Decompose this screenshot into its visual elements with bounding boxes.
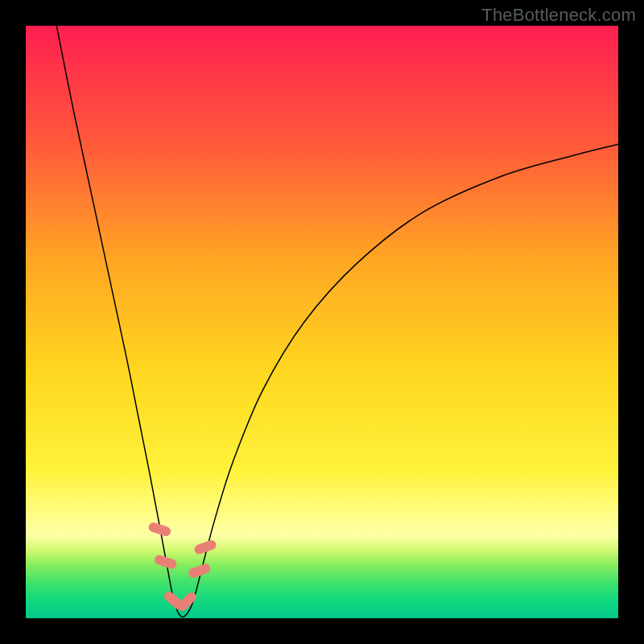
gradient-background: [26, 26, 618, 618]
bottleneck-chart: [26, 26, 618, 618]
chart-frame: TheBottleneck.com: [0, 0, 644, 644]
watermark-text: TheBottleneck.com: [481, 5, 636, 26]
plot-area: [26, 26, 618, 618]
